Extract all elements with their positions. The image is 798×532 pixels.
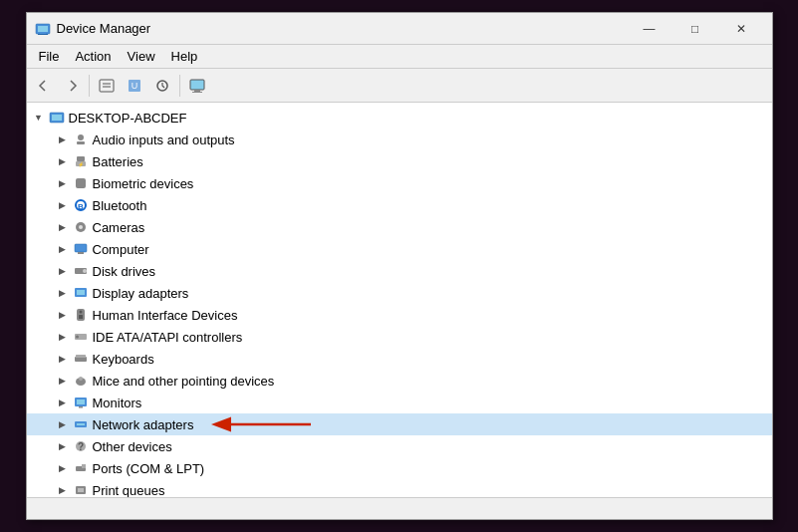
svg-point-28 <box>83 269 87 273</box>
svg-rect-50 <box>82 464 86 468</box>
list-item[interactable]: ▶ B Bluetooth <box>27 194 772 216</box>
svg-rect-44 <box>77 423 85 425</box>
menu-help[interactable]: Help <box>163 47 206 66</box>
menu-file[interactable]: File <box>31 47 68 66</box>
status-bar <box>27 497 772 519</box>
monitor-button[interactable] <box>184 73 210 99</box>
forward-button[interactable] <box>59 73 85 99</box>
list-item[interactable]: ▶ IDE ATA/ATAPI controllers <box>27 326 772 348</box>
menu-bar: File Action View Help <box>27 45 772 69</box>
svg-point-32 <box>79 311 82 314</box>
menu-action[interactable]: Action <box>67 47 119 66</box>
root-item[interactable]: ▼ DESKTOP-ABCDEF <box>27 107 772 129</box>
update-driver-button[interactable]: U <box>122 73 147 99</box>
network-adapters-item[interactable]: ▶ Network adapters <box>27 413 772 435</box>
title-bar: Device Manager — □ ✕ <box>27 13 772 45</box>
app-icon <box>35 21 51 37</box>
svg-rect-26 <box>78 252 84 254</box>
svg-rect-16 <box>77 141 85 144</box>
svg-rect-33 <box>79 315 83 319</box>
svg-text:?: ? <box>77 441 83 452</box>
root-label: DESKTOP-ABCDEF <box>69 111 187 126</box>
device-manager-window: Device Manager — □ ✕ File Action View He… <box>26 12 773 520</box>
svg-point-24 <box>79 225 83 229</box>
back-button[interactable] <box>31 73 57 99</box>
device-tree: ▼ DESKTOP-ABCDEF ▶ Audio inputs and outp… <box>27 103 772 497</box>
close-button[interactable]: ✕ <box>718 13 764 45</box>
svg-point-35 <box>76 336 79 339</box>
list-item[interactable]: ▶ ? Other devices <box>27 435 772 457</box>
list-item[interactable]: ▶ Monitors <box>27 392 772 413</box>
svg-rect-3 <box>38 34 48 35</box>
svg-rect-42 <box>79 406 83 408</box>
content-wrapper: ▼ DESKTOP-ABCDEF ▶ Audio inputs and outp… <box>27 103 772 497</box>
annotation-arrow <box>201 414 321 434</box>
list-item[interactable]: ▶ Biometric devices <box>27 172 772 194</box>
svg-rect-14 <box>52 115 62 121</box>
list-item[interactable]: ▶ ⚡ Batteries <box>27 150 772 172</box>
window-controls: — □ ✕ <box>627 13 764 45</box>
svg-rect-20 <box>76 178 86 188</box>
svg-rect-1 <box>38 26 48 32</box>
root-expand-arrow: ▼ <box>31 110 47 126</box>
svg-text:B: B <box>78 202 84 211</box>
list-item[interactable]: ▶ Display adapters <box>27 282 772 304</box>
svg-rect-25 <box>75 244 87 252</box>
minimize-button[interactable]: — <box>627 13 672 45</box>
toolbar-separator-1 <box>89 75 90 97</box>
maximize-button[interactable]: □ <box>672 13 718 45</box>
svg-rect-30 <box>77 290 85 295</box>
window-title: Device Manager <box>57 21 627 36</box>
toolbar: U <box>27 69 772 103</box>
svg-rect-10 <box>190 80 204 90</box>
svg-rect-4 <box>100 80 114 92</box>
properties-button[interactable] <box>94 73 120 99</box>
list-item[interactable]: ▶ Keyboards <box>27 348 772 370</box>
svg-rect-12 <box>192 92 202 93</box>
svg-rect-52 <box>78 488 84 492</box>
svg-point-15 <box>78 134 84 140</box>
root-icon <box>49 110 65 126</box>
svg-rect-41 <box>77 399 85 404</box>
svg-point-39 <box>79 377 83 381</box>
svg-rect-11 <box>194 90 200 92</box>
svg-rect-37 <box>76 355 86 358</box>
list-item[interactable]: ▶ Ports (COM & LPT) <box>27 457 772 479</box>
list-item[interactable]: ▶ Computer <box>27 238 772 260</box>
svg-text:U: U <box>131 81 137 91</box>
menu-view[interactable]: View <box>120 47 163 66</box>
toolbar-separator-2 <box>179 75 180 97</box>
list-item[interactable]: ▶ Mice and other pointing devices <box>27 370 772 392</box>
list-item[interactable]: ▶ Print queues <box>27 479 772 497</box>
svg-text:⚡: ⚡ <box>78 161 85 168</box>
list-item[interactable]: ▶ Disk drives <box>27 260 772 282</box>
list-item[interactable]: ▶ Audio inputs and outputs <box>27 129 772 150</box>
list-item[interactable]: ▶ Cameras <box>27 216 772 238</box>
scan-button[interactable] <box>149 73 175 99</box>
list-item[interactable]: ▶ Human Interface Devices <box>27 304 772 326</box>
